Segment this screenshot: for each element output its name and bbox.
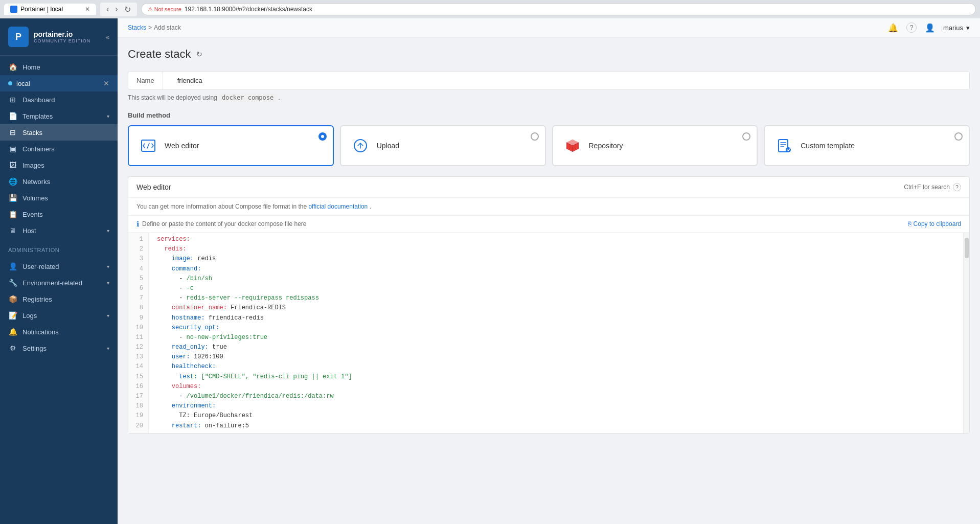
topbar: Stacks > Add stack 🔔 ? 👤 marius ▾: [118, 18, 980, 37]
sidebar-item-networks[interactable]: 🌐 Networks: [0, 173, 118, 190]
sidebar-item-host[interactable]: 🖥 Host ▾: [0, 222, 118, 239]
official-docs-link[interactable]: official documentation: [308, 203, 368, 210]
browser-bar: Portainer | local ✕ ‹ › ↻ ⚠ Not secure 1…: [0, 0, 980, 18]
forward-button[interactable]: ›: [113, 4, 120, 15]
topbar-user[interactable]: marius ▾: [943, 24, 970, 32]
sidebar-item-dashboard[interactable]: ⊞ Dashboard: [0, 92, 118, 108]
editor-hint-text: Define or paste the content of your dock…: [142, 220, 307, 227]
logo-text: portainer.io COMMUNITY EDITION: [34, 30, 90, 43]
user-dropdown-arrow-icon: ▾: [966, 24, 970, 32]
sidebar-item-settings-label: Settings: [22, 345, 102, 352]
main-content: Stacks > Add stack 🔔 ? 👤 marius ▾ Create…: [118, 18, 980, 524]
sidebar-item-images-label: Images: [22, 162, 109, 169]
line-number: 1: [128, 235, 148, 244]
upload-card-icon: [351, 136, 370, 155]
line-number: 20: [128, 421, 148, 431]
containers-icon: ▣: [8, 145, 17, 153]
env-close-button[interactable]: ✕: [103, 79, 109, 87]
custom-template-card-label: Custom template: [801, 142, 855, 150]
code-line: test: ["CMD-SHELL", "redis-cli ping || e…: [157, 372, 955, 382]
editor-toolbar: ℹ Define or paste the content of your do…: [128, 216, 969, 233]
sidebar-item-notifications[interactable]: 🔔 Notifications: [0, 324, 118, 340]
scrollbar-thumb[interactable]: [965, 238, 969, 258]
web-editor-radio: [318, 132, 327, 141]
line-number: 9: [128, 313, 148, 323]
user-profile-icon[interactable]: 👤: [925, 23, 935, 33]
env-label: local: [16, 80, 30, 87]
sidebar-item-user-related[interactable]: 👤 User-related ▾: [0, 258, 118, 275]
reload-button[interactable]: ↻: [122, 4, 133, 15]
bell-icon[interactable]: 🔔: [888, 23, 898, 33]
deploy-note: This stack will be deployed using docker…: [128, 94, 970, 101]
help-icon[interactable]: ?: [906, 22, 917, 33]
sidebar-item-host-label: Host: [22, 227, 102, 235]
sidebar-item-templates[interactable]: 📄 Templates ▾: [0, 108, 118, 124]
copy-to-clipboard-button[interactable]: ⎘ Copy to clipboard: [908, 220, 961, 227]
build-card-web-editor[interactable]: Web editor: [128, 125, 334, 166]
web-editor-card-label: Web editor: [165, 142, 199, 150]
host-icon: 🖥: [8, 226, 17, 235]
user-related-icon: 👤: [8, 262, 17, 270]
sidebar-item-containers[interactable]: ▣ Containers: [0, 141, 118, 157]
home-icon: 🏠: [8, 63, 17, 71]
line-number: 17: [128, 392, 148, 401]
browser-tab[interactable]: Portainer | local ✕: [4, 4, 96, 15]
sidebar-env-local[interactable]: local ✕: [0, 75, 118, 92]
line-number: 2: [128, 244, 148, 254]
sidebar-item-logs[interactable]: 📝 Logs ▾: [0, 307, 118, 324]
user-related-arrow-icon: ▾: [107, 264, 109, 269]
line-number: 13: [128, 352, 148, 362]
code-line: user: 1026:100: [157, 352, 955, 362]
build-card-repository[interactable]: Repository: [552, 125, 758, 166]
sidebar-item-registries[interactable]: 📦 Registries: [0, 291, 118, 307]
registries-icon: 📦: [8, 295, 17, 303]
sidebar-item-images[interactable]: 🖼 Images: [0, 157, 118, 173]
editor-hint: ℹ Define or paste the content of your do…: [136, 220, 307, 228]
upload-radio: [531, 132, 539, 141]
line-number: 6: [128, 284, 148, 293]
env-status-dot: [8, 81, 12, 85]
breadcrumb-stacks-link[interactable]: Stacks: [128, 24, 146, 31]
tab-close-button[interactable]: ✕: [85, 6, 90, 13]
sidebar: P portainer.io COMMUNITY EDITION « 🏠 Hom…: [0, 18, 118, 524]
build-card-custom-template[interactable]: Custom template: [764, 125, 970, 166]
line-number: 11: [128, 333, 148, 343]
repository-card-icon: [563, 136, 582, 155]
code-line: healthcheck:: [157, 362, 955, 372]
line-number: 19: [128, 411, 148, 421]
info-icon: ℹ: [136, 220, 139, 228]
web-editor-card-icon: [139, 136, 157, 155]
line-numbers: 1234567891011121314151617181920: [128, 233, 149, 433]
sidebar-item-home[interactable]: 🏠 Home: [0, 59, 118, 75]
web-editor-header: Web editor Ctrl+F for search ?: [128, 177, 969, 198]
copy-icon: ⎘: [908, 220, 911, 227]
settings-icon: ⚙: [8, 344, 17, 352]
tab-favicon: [10, 6, 17, 13]
sidebar-item-stacks[interactable]: ⊟ Stacks: [0, 124, 118, 141]
build-card-upload[interactable]: Upload: [340, 125, 546, 166]
repository-card-label: Repository: [589, 142, 623, 150]
address-bar[interactable]: ⚠ Not secure 192.168.1.18:9000/#/2/docke…: [141, 3, 976, 15]
sidebar-item-events[interactable]: 📋 Events: [0, 206, 118, 222]
code-editor[interactable]: 1234567891011121314151617181920 services…: [128, 233, 969, 433]
line-number: 4: [128, 264, 148, 274]
admin-section-header: Administration: [0, 242, 118, 255]
back-button[interactable]: ‹: [104, 4, 111, 15]
sidebar-item-containers-label: Containers: [22, 145, 109, 153]
code-line: container_name: Friendica-REDIS: [157, 303, 955, 313]
stack-name-input[interactable]: [171, 72, 969, 89]
scrollbar[interactable]: [963, 233, 969, 433]
host-arrow-icon: ▾: [107, 228, 109, 234]
custom-template-radio: [954, 132, 963, 141]
stacks-icon: ⊟: [8, 128, 17, 136]
svg-point-8: [786, 147, 791, 152]
sidebar-item-settings[interactable]: ⚙ Settings ▾: [0, 340, 118, 356]
sidebar-item-environment-related[interactable]: 🔧 Environment-related ▾: [0, 275, 118, 291]
sidebar-collapse-button[interactable]: «: [106, 33, 109, 41]
sidebar-item-volumes[interactable]: 💾 Volumes: [0, 190, 118, 206]
code-content[interactable]: services: redis: image: redis command: -…: [149, 233, 963, 433]
refresh-icon[interactable]: ↻: [196, 50, 202, 58]
custom-template-card-icon: [775, 136, 793, 155]
build-method-cards: Web editor Upload: [128, 125, 970, 166]
code-line: environment:: [157, 401, 955, 411]
